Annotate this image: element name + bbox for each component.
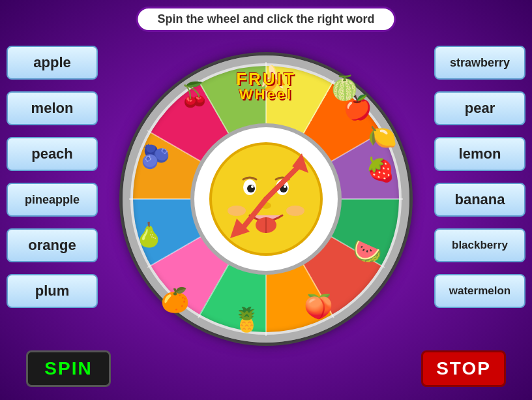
word-button-blackberry[interactable]: blackberry bbox=[434, 228, 525, 262]
fruit-pear: 🍐 bbox=[126, 212, 171, 258]
fruit-melon: 🍈 bbox=[321, 65, 367, 111]
spin-button[interactable]: SPIN bbox=[26, 350, 111, 387]
word-button-strawberry[interactable]: strawberry bbox=[434, 46, 525, 80]
fruit-orange: 🍊 bbox=[152, 277, 198, 323]
wheel-title: FRUIT WHeel bbox=[236, 70, 296, 102]
stop-button-label: STOP bbox=[436, 358, 491, 379]
word-button-banana[interactable]: banana bbox=[434, 183, 525, 217]
word-button-lemon[interactable]: lemon bbox=[434, 137, 525, 171]
instruction-text: Spin the wheel and click the right word bbox=[157, 12, 374, 25]
word-button-peach[interactable]: peach bbox=[7, 137, 98, 171]
word-button-apple[interactable]: apple bbox=[7, 46, 98, 80]
fruit-lemon: 🍋 bbox=[359, 114, 405, 160]
word-button-melon[interactable]: melon bbox=[7, 91, 98, 125]
spin-button-label: SPIN bbox=[44, 358, 92, 379]
fruit-peach: 🍑 bbox=[295, 284, 341, 330]
word-button-pear[interactable]: pear bbox=[434, 91, 525, 125]
fruit-plum: 🍒 bbox=[171, 72, 217, 117]
word-button-watermelon[interactable]: watermelon bbox=[434, 274, 525, 308]
word-button-orange[interactable]: orange bbox=[7, 228, 98, 262]
fruit-watermelon: 🍉 bbox=[344, 228, 390, 274]
wheel-container: 🍎 🍓 🍉 🍑 🍍 🍊 🍐 🫐 🍒 🍌 🍈 🍋 FRUIT WHeel bbox=[126, 26, 406, 372]
svg-line-24 bbox=[266, 163, 302, 199]
fruit-blackberry: 🫐 bbox=[132, 134, 178, 179]
word-button-pineapple[interactable]: pineapple bbox=[7, 183, 98, 217]
word-button-plum[interactable]: plum bbox=[7, 274, 98, 308]
fruit-pineapple: 🍍 bbox=[224, 297, 269, 343]
stop-button[interactable]: STOP bbox=[421, 350, 506, 387]
spin-arrow bbox=[201, 134, 331, 264]
